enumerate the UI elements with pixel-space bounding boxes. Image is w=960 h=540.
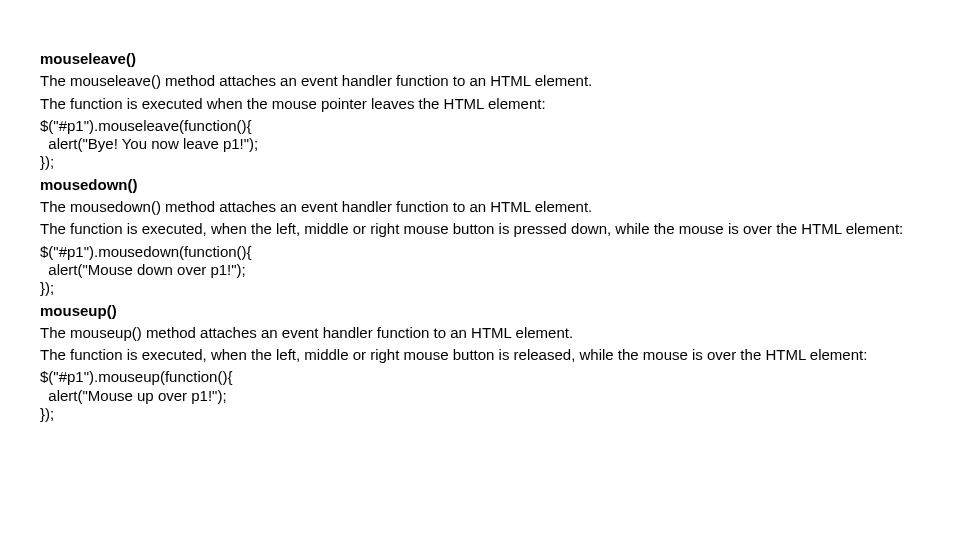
code-block: $("#p1").mouseup(function(){ alert("Mous… (40, 368, 920, 423)
document-content: mouseleave() The mouseleave() method att… (0, 0, 960, 423)
section-heading: mousedown() (40, 176, 920, 194)
section-heading: mouseup() (40, 302, 920, 320)
section-paragraph: The mouseleave() method attaches an even… (40, 72, 920, 90)
section-paragraph: The mouseup() method attaches an event h… (40, 324, 920, 342)
section-paragraph: The function is executed, when the left,… (40, 220, 920, 238)
section-paragraph: The mousedown() method attaches an event… (40, 198, 920, 216)
section-heading: mouseleave() (40, 50, 920, 68)
section-paragraph: The function is executed when the mouse … (40, 95, 920, 113)
section-paragraph: The function is executed, when the left,… (40, 346, 920, 364)
code-block: $("#p1").mousedown(function(){ alert("Mo… (40, 243, 920, 298)
code-block: $("#p1").mouseleave(function(){ alert("B… (40, 117, 920, 172)
